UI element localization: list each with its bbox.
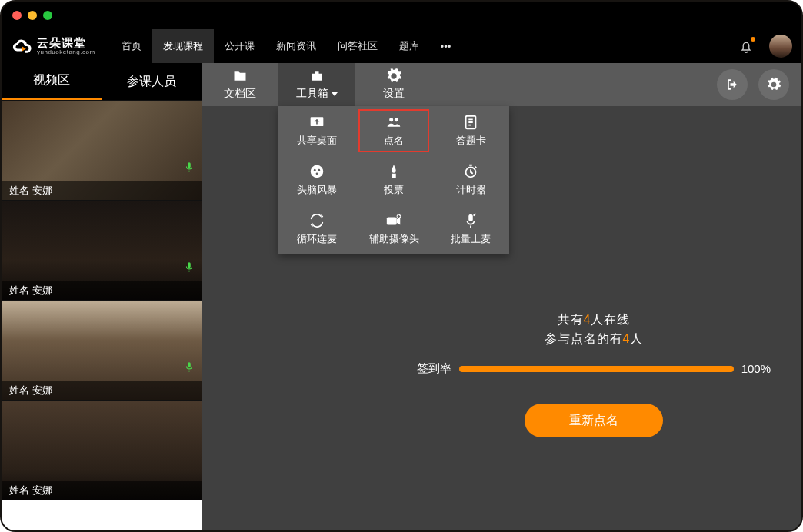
svg-point-4 <box>389 118 393 121</box>
nav-more[interactable]: ••• <box>430 29 462 63</box>
tab-toolbox[interactable]: 工具箱 <box>278 63 355 106</box>
nav-home[interactable]: 首页 <box>111 29 152 63</box>
video-label: 姓名 安娜 <box>2 181 202 200</box>
gear-icon <box>385 68 403 84</box>
progress-bar <box>459 366 734 372</box>
tool-loop-mic[interactable]: 循环连麦 <box>278 204 355 254</box>
svg-rect-1 <box>188 262 191 268</box>
mic-icon <box>183 158 195 175</box>
svg-point-7 <box>311 165 324 178</box>
video-list: 姓名 安娜 姓名 安娜 姓名 安娜 姓名 安娜 <box>2 100 202 530</box>
tool-batch-mic[interactable]: 批量上麦 <box>432 204 509 254</box>
tab-settings[interactable]: 设置 <box>355 63 432 106</box>
nav-discover[interactable]: 发现课程 <box>152 29 214 63</box>
nav-qa[interactable]: 问答社区 <box>327 29 388 63</box>
video-label: 姓名 安娜 <box>2 281 202 300</box>
tab-participants[interactable]: 参课人员 <box>102 63 202 100</box>
mic-icon <box>183 358 195 375</box>
video-tile[interactable]: 姓名 安娜 <box>2 100 202 200</box>
window-close-dot[interactable] <box>12 11 22 20</box>
svg-point-9 <box>318 169 320 171</box>
toolbox-icon <box>308 68 326 84</box>
chevron-down-icon <box>332 92 338 96</box>
video-label: 姓名 安娜 <box>2 381 202 400</box>
participate-suffix: 人 <box>630 332 643 345</box>
online-prefix: 共有 <box>558 313 584 326</box>
window-min-dot[interactable] <box>28 11 37 20</box>
mic-icon <box>183 258 195 275</box>
people-icon <box>384 114 404 131</box>
tab-documents[interactable]: 文档区 <box>202 63 278 106</box>
left-panel: 视频区 参课人员 姓名 安娜 姓名 安娜 <box>2 63 202 530</box>
window-max-dot[interactable] <box>43 11 52 20</box>
video-empty-slot <box>2 500 202 530</box>
participate-count: 4 <box>623 332 631 345</box>
online-suffix: 人在线 <box>591 313 630 326</box>
exit-button[interactable] <box>717 69 748 100</box>
tool-vote[interactable]: 投票 <box>355 155 432 204</box>
video-tile[interactable]: 姓名 安娜 <box>2 300 202 400</box>
tool-rollcall[interactable]: 点名 <box>355 106 432 155</box>
svg-point-10 <box>316 172 318 175</box>
re-rollcall-button[interactable]: 重新点名 <box>525 404 663 437</box>
svg-rect-0 <box>188 162 191 168</box>
folder-icon <box>231 68 249 84</box>
tool-answer-card[interactable]: 答题卡 <box>432 106 509 155</box>
cloud-icon <box>11 35 32 57</box>
toolbox-dropdown: 共享桌面 点名 答题卡 头脑风暴 <box>278 106 509 254</box>
participate-prefix: 参与点名的有 <box>545 332 623 345</box>
video-tile[interactable]: 姓名 安娜 <box>2 200 202 300</box>
answer-card-icon <box>461 114 481 131</box>
main-tabs: 文档区 工具箱 设置 <box>202 63 801 106</box>
brainstorm-icon <box>307 163 327 180</box>
rate-value: 100% <box>741 362 771 375</box>
video-tile[interactable]: 姓名 安娜 <box>2 400 202 500</box>
nav-library[interactable]: 题库 <box>388 29 430 63</box>
svg-rect-11 <box>392 174 396 178</box>
rollcall-panel: 共有4人在线 参与点名的有4人 签到率 100% 重新点名 <box>417 309 771 437</box>
share-screen-icon <box>307 114 327 131</box>
vote-icon <box>384 163 404 180</box>
main-panel: 文档区 工具箱 设置 <box>202 63 801 530</box>
batch-mic-icon <box>461 212 481 229</box>
brand-name: 云朵课堂 <box>37 37 95 48</box>
tool-aux-camera[interactable]: 辅助摄像头 <box>355 204 432 254</box>
tool-share-screen[interactable]: 共享桌面 <box>278 106 355 155</box>
svg-rect-13 <box>387 217 397 224</box>
svg-rect-2 <box>188 362 191 367</box>
avatar[interactable] <box>769 35 792 58</box>
video-label: 姓名 安娜 <box>2 481 202 500</box>
tab-video-area[interactable]: 视频区 <box>2 63 102 100</box>
loop-mic-icon <box>307 212 327 229</box>
brand-logo[interactable]: 云朵课堂 yunduoketang.com <box>6 35 100 57</box>
timer-icon <box>461 163 481 180</box>
tool-timer[interactable]: 计时器 <box>432 155 509 204</box>
brand-sub: yunduoketang.com <box>37 48 95 55</box>
online-count: 4 <box>584 313 591 326</box>
rate-label: 签到率 <box>417 361 451 376</box>
camera-plus-icon <box>384 212 404 229</box>
bell-icon[interactable] <box>734 34 758 58</box>
window-titlebar <box>2 2 801 29</box>
nav-open-class[interactable]: 公开课 <box>214 29 265 63</box>
settings-button[interactable] <box>758 69 789 100</box>
notification-dot <box>751 37 755 42</box>
svg-point-5 <box>395 118 398 121</box>
top-nav: 云朵课堂 yunduoketang.com 首页 发现课程 公开课 新闻资讯 问… <box>2 29 801 63</box>
svg-rect-15 <box>468 214 473 221</box>
svg-point-8 <box>314 169 316 171</box>
nav-news[interactable]: 新闻资讯 <box>265 29 327 63</box>
tool-brainstorm[interactable]: 头脑风暴 <box>278 155 355 204</box>
